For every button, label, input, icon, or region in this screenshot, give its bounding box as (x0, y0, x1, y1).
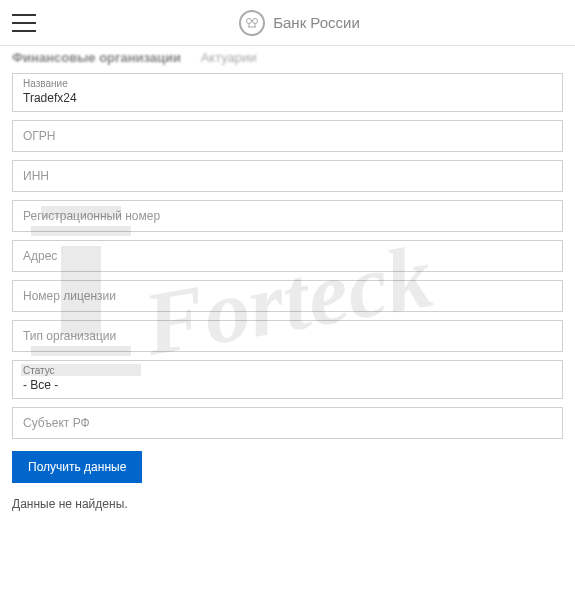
status-select[interactable]: - Все - (23, 378, 552, 392)
svg-point-0 (247, 18, 252, 23)
breadcrumb: Финансовые организации Актуарии (0, 46, 575, 67)
status-label: Статус (23, 365, 552, 376)
svg-point-1 (253, 18, 258, 23)
submit-button[interactable]: Получить данные (12, 451, 142, 483)
reg-number-input[interactable] (23, 209, 552, 223)
name-input[interactable] (23, 91, 552, 105)
address-input[interactable] (23, 249, 552, 263)
header: Банк России (0, 0, 575, 46)
address-field-wrapper (12, 240, 563, 272)
search-form: Название Статус - Все - Получить данные … (0, 67, 575, 517)
org-type-input[interactable] (23, 329, 552, 343)
hamburger-menu-icon[interactable] (12, 14, 36, 32)
result-message: Данные не найдены. (12, 497, 563, 511)
reg-number-field-wrapper (12, 200, 563, 232)
breadcrumb-primary: Финансовые организации (12, 50, 181, 65)
subject-input[interactable] (23, 416, 552, 430)
subject-field-wrapper (12, 407, 563, 439)
status-field-wrapper[interactable]: Статус - Все - (12, 360, 563, 399)
header-brand: Банк России (36, 10, 563, 36)
inn-input[interactable] (23, 169, 552, 183)
inn-field-wrapper (12, 160, 563, 192)
breadcrumb-secondary: Актуарии (201, 50, 257, 65)
name-label: Название (23, 78, 552, 89)
brand-text: Банк России (273, 14, 360, 31)
org-type-field-wrapper (12, 320, 563, 352)
ogrn-input[interactable] (23, 129, 552, 143)
ogrn-field-wrapper (12, 120, 563, 152)
name-field-wrapper: Название (12, 73, 563, 112)
license-input[interactable] (23, 289, 552, 303)
license-field-wrapper (12, 280, 563, 312)
bank-logo-icon (239, 10, 265, 36)
